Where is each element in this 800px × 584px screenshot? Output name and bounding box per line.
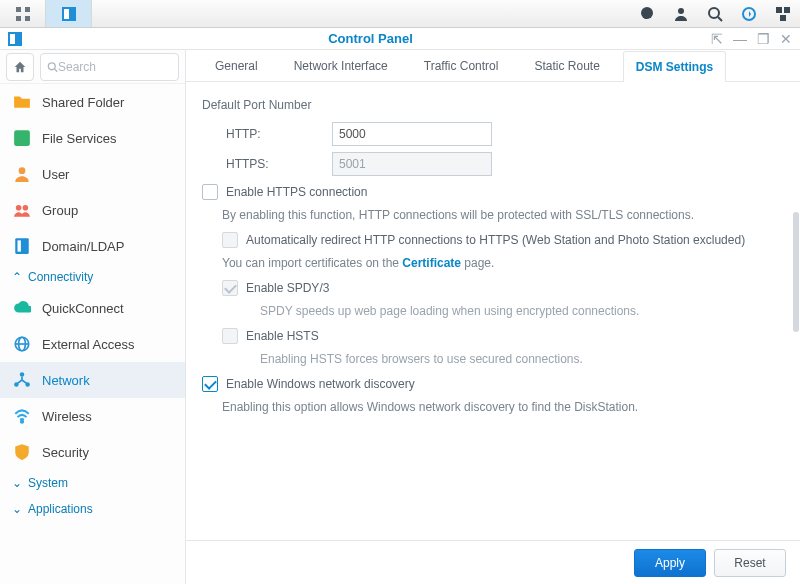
sidebar-item-file-services[interactable]: File Services — [0, 120, 185, 156]
svg-rect-1 — [25, 7, 30, 12]
taskbar-controlpanel-button[interactable] — [46, 0, 92, 27]
enable-hsts-checkbox: Enable HSTS — [202, 328, 784, 344]
tab-traffic-control[interactable]: Traffic Control — [411, 50, 512, 81]
windows-discovery-checkbox[interactable]: Enable Windows network discovery — [202, 376, 784, 392]
scrollbar-thumb[interactable] — [793, 212, 799, 332]
home-button[interactable] — [6, 53, 34, 81]
svg-rect-3 — [25, 16, 30, 21]
search-icon — [47, 61, 58, 73]
certificate-link[interactable]: Certificate — [402, 256, 461, 270]
enable-https-checkbox[interactable]: Enable HTTPS connection — [202, 184, 784, 200]
person-icon — [12, 164, 32, 184]
sidebar-item-label: File Services — [42, 131, 116, 146]
globe-icon — [12, 334, 32, 354]
sidebar: Shared Folder File Services User Group D… — [0, 50, 186, 584]
tab-dsm-settings[interactable]: DSM Settings — [623, 51, 726, 82]
sidebar-item-security[interactable]: Security — [0, 434, 185, 470]
reset-button[interactable]: Reset — [714, 549, 786, 577]
sidebar-item-label: External Access — [42, 337, 135, 352]
people-icon — [12, 200, 32, 220]
svg-point-20 — [16, 205, 22, 211]
sidebar-item-label: Shared Folder — [42, 95, 124, 110]
svg-rect-2 — [16, 16, 21, 21]
chat-icon[interactable] — [630, 0, 664, 27]
sidebar-item-domain-ldap[interactable]: Domain/LDAP — [0, 228, 185, 264]
grid-icon — [12, 128, 32, 148]
sidebar-group-applications[interactable]: ⌄Applications — [0, 496, 185, 522]
sidebar-item-user[interactable]: User — [0, 156, 185, 192]
footer: Apply Reset — [186, 540, 800, 584]
sidebar-group-connectivity[interactable]: ⌃Connectivity — [0, 264, 185, 290]
tab-general[interactable]: General — [202, 50, 271, 81]
sidebar-group-system[interactable]: ⌄System — [0, 470, 185, 496]
network-icon — [12, 370, 32, 390]
taskbar — [0, 0, 800, 28]
search-icon[interactable] — [698, 0, 732, 27]
cert-help: You can import certificates on the Certi… — [202, 256, 784, 270]
sidebar-item-label: Wireless — [42, 409, 92, 424]
apply-button[interactable]: Apply — [634, 549, 706, 577]
settings-form: Default Port Number HTTP: HTTPS: Enable … — [186, 82, 800, 540]
scrollbar[interactable] — [792, 82, 800, 540]
sidebar-item-label: Domain/LDAP — [42, 239, 124, 254]
taskbar-apps-button[interactable] — [0, 0, 46, 27]
search-box[interactable] — [40, 53, 179, 81]
sidebar-item-quickconnect[interactable]: QuickConnect — [0, 290, 185, 326]
svg-line-9 — [718, 17, 722, 21]
svg-rect-23 — [18, 240, 21, 251]
sidebar-item-shared-folder[interactable]: Shared Folder — [0, 84, 185, 120]
pin-icon[interactable]: ⇱ — [711, 32, 723, 46]
chevron-up-icon: ⌃ — [12, 270, 22, 284]
svg-rect-11 — [776, 7, 782, 13]
svg-point-8 — [709, 8, 719, 18]
section-title: Default Port Number — [202, 98, 784, 112]
svg-point-27 — [20, 372, 25, 377]
hsts-help: Enabling HSTS forces browsers to use sec… — [202, 352, 784, 366]
refresh-icon[interactable] — [732, 0, 766, 27]
window-title: Control Panel — [30, 31, 711, 46]
enable-spdy-checkbox: Enable SPDY/3 — [202, 280, 784, 296]
shield-icon — [12, 442, 32, 462]
http-port-input[interactable] — [332, 122, 492, 146]
svg-rect-13 — [780, 15, 786, 21]
svg-rect-15 — [10, 34, 15, 44]
user-icon[interactable] — [664, 0, 698, 27]
svg-point-30 — [21, 421, 23, 423]
svg-rect-12 — [784, 7, 790, 13]
minimize-icon[interactable]: — — [733, 32, 747, 46]
window-titlebar: Control Panel ⇱ — ❐ ✕ — [0, 28, 800, 50]
folder-icon — [12, 92, 32, 112]
https-port-input — [332, 152, 492, 176]
svg-point-16 — [48, 62, 55, 69]
chevron-down-icon: ⌄ — [12, 502, 22, 516]
spdy-help: SPDY speeds up web page loading when usi… — [202, 304, 784, 318]
sidebar-item-label: Security — [42, 445, 89, 460]
maximize-icon[interactable]: ❐ — [757, 32, 770, 46]
windows-discovery-help: Enabling this option allows Windows netw… — [202, 400, 784, 414]
sidebar-item-group[interactable]: Group — [0, 192, 185, 228]
svg-rect-5 — [64, 9, 69, 19]
close-icon[interactable]: ✕ — [780, 32, 792, 46]
svg-rect-22 — [15, 238, 29, 254]
wifi-icon — [12, 406, 32, 426]
cloud-icon — [12, 298, 32, 318]
chevron-down-icon: ⌄ — [12, 476, 22, 490]
search-input[interactable] — [58, 60, 172, 74]
content-panel: General Network Interface Traffic Contro… — [186, 50, 800, 584]
auto-redirect-checkbox: Automatically redirect HTTP connections … — [202, 232, 784, 248]
svg-point-19 — [19, 167, 26, 174]
book-icon — [12, 236, 32, 256]
svg-point-7 — [678, 8, 684, 14]
svg-rect-18 — [14, 130, 30, 146]
sidebar-item-wireless[interactable]: Wireless — [0, 398, 185, 434]
tab-network-interface[interactable]: Network Interface — [281, 50, 401, 81]
sidebar-item-label: Group — [42, 203, 78, 218]
widgets-icon[interactable] — [766, 0, 800, 27]
svg-point-21 — [23, 205, 29, 211]
sidebar-item-network[interactable]: Network — [0, 362, 185, 398]
sidebar-item-label: Network — [42, 373, 90, 388]
sidebar-item-external-access[interactable]: External Access — [0, 326, 185, 362]
tab-static-route[interactable]: Static Route — [521, 50, 612, 81]
https-label: HTTPS: — [202, 157, 332, 171]
svg-rect-0 — [16, 7, 21, 12]
